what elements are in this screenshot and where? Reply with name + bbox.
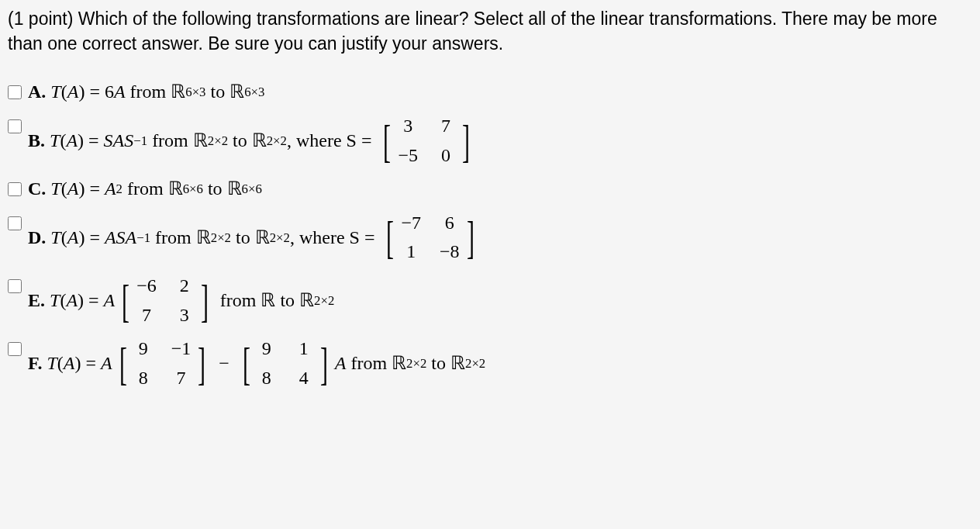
option-b-matrix: [ 3 7 −5 0 ] bbox=[379, 113, 474, 168]
option-c: C. T(A) = A2 from ℝ6×6 to ℝ6×6 bbox=[8, 176, 972, 202]
option-f-matrix1: [ 9 −1 8 7 ] bbox=[116, 336, 210, 391]
option-b-content: B. T(A) = SAS−1 from ℝ2×2 to ℝ2×2, where… bbox=[28, 113, 972, 168]
option-d-content: D. T(A) = ASA−1 from ℝ2×2 to ℝ2×2, where… bbox=[28, 210, 972, 265]
option-f: F. T(A) = A [ 9 −1 8 7 ] − [ 9 1 8 4 ] A bbox=[8, 336, 972, 391]
option-a-lhs: T bbox=[50, 79, 60, 105]
option-e-checkbox[interactable] bbox=[8, 279, 22, 293]
option-e-label: E. bbox=[28, 288, 45, 314]
option-c-content: C. T(A) = A2 from ℝ6×6 to ℝ6×6 bbox=[28, 176, 972, 202]
option-e-matrix: [ −6 2 7 3 ] bbox=[118, 273, 212, 328]
points-prefix: (1 point) bbox=[8, 9, 78, 29]
question-text: (1 point) Which of the following transfo… bbox=[8, 6, 972, 56]
question-body: Which of the following transformations a… bbox=[8, 9, 937, 54]
option-b: B. T(A) = SAS−1 from ℝ2×2 to ℝ2×2, where… bbox=[8, 113, 972, 168]
option-d-matrix: [ −7 6 1 −8 ] bbox=[382, 210, 478, 265]
option-f-matrix2: [ 9 1 8 4 ] bbox=[239, 336, 332, 391]
option-d: D. T(A) = ASA−1 from ℝ2×2 to ℝ2×2, where… bbox=[8, 210, 972, 265]
option-b-label: B. bbox=[28, 128, 45, 154]
option-d-checkbox[interactable] bbox=[8, 216, 22, 230]
option-f-label: F. bbox=[28, 351, 42, 377]
option-f-content: F. T(A) = A [ 9 −1 8 7 ] − [ 9 1 8 4 ] A bbox=[28, 336, 972, 391]
option-c-label: C. bbox=[28, 176, 46, 202]
option-a-checkbox[interactable] bbox=[8, 85, 22, 99]
option-c-checkbox[interactable] bbox=[8, 182, 22, 196]
option-f-checkbox[interactable] bbox=[8, 342, 22, 356]
option-d-label: D. bbox=[28, 225, 46, 251]
option-a-content: A. T(A) = 6A from ℝ6×3 to ℝ6×3 bbox=[28, 79, 972, 105]
option-b-checkbox[interactable] bbox=[8, 119, 22, 133]
option-a-label: A. bbox=[28, 79, 46, 105]
option-e-content: E. T(A) = A [ −6 2 7 3 ] from ℝ to ℝ2×2 bbox=[28, 273, 972, 328]
option-e: E. T(A) = A [ −6 2 7 3 ] from ℝ to ℝ2×2 bbox=[8, 273, 972, 328]
option-a: A. T(A) = 6A from ℝ6×3 to ℝ6×3 bbox=[8, 79, 972, 105]
